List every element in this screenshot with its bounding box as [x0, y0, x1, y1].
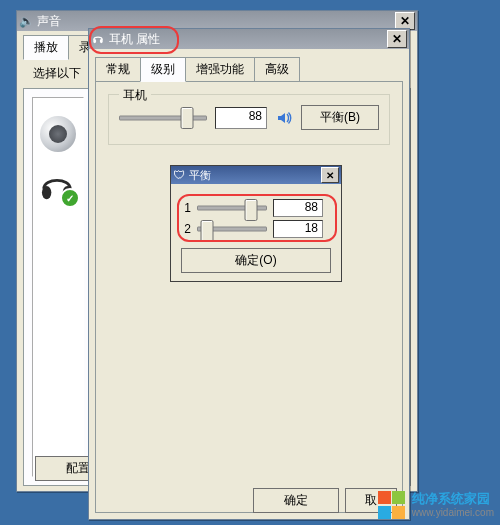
watermark-line1: 纯净系统家园	[412, 492, 494, 506]
sound-icon: 🔈	[19, 14, 33, 28]
slider-track	[119, 115, 207, 120]
watermark-line2: www.yidaimei.com	[412, 507, 494, 518]
balance-row-2: 218	[181, 220, 331, 238]
balance-channel-label: 1	[181, 201, 191, 215]
level-row: 88 平衡(B)	[119, 105, 379, 130]
tab-playback[interactable]: 播放	[23, 35, 69, 60]
slider-thumb[interactable]	[244, 199, 257, 221]
close-icon[interactable]: ✕	[321, 167, 339, 183]
tab-general[interactable]: 常规	[95, 57, 141, 81]
speaker-device-icon[interactable]	[40, 116, 76, 152]
prop-title: 耳机 属性	[109, 31, 387, 48]
balance-button[interactable]: 平衡(B)	[301, 105, 379, 130]
watermark-logo-icon	[378, 491, 406, 519]
balance-slider-1[interactable]	[197, 199, 267, 217]
volume-slider[interactable]	[119, 107, 207, 129]
balance-value-1: 88	[273, 199, 323, 217]
headphone-group: 耳机 88 平衡(B)	[108, 94, 390, 145]
levels-tab-body: 耳机 88 平衡(B)	[95, 81, 403, 513]
tab-levels[interactable]: 级别	[140, 57, 186, 82]
balance-body: 188218 确定(O)	[171, 184, 341, 281]
speaker-icon[interactable]	[275, 109, 293, 127]
balance-title: 平衡	[189, 168, 321, 183]
prop-titlebar: 耳机 属性 ✕	[89, 29, 409, 49]
watermark: 纯净系统家园 www.yidaimei.com	[378, 491, 494, 519]
prop-button-bar: 确定 取	[253, 488, 397, 513]
balance-titlebar: 🛡 平衡 ✕	[171, 166, 341, 184]
balance-row-1: 188	[181, 199, 331, 217]
shield-icon: 🛡	[173, 169, 185, 181]
slider-thumb[interactable]	[180, 107, 193, 129]
balance-ok-button[interactable]: 确定(O)	[181, 248, 331, 273]
headphone-device-icon[interactable]: ✓	[38, 170, 78, 206]
check-icon: ✓	[60, 188, 80, 208]
watermark-text: 纯净系统家园 www.yidaimei.com	[412, 492, 494, 517]
svg-point-2	[93, 39, 96, 43]
balance-channel-label: 2	[181, 222, 191, 236]
headphones-icon	[91, 32, 105, 46]
svg-point-3	[100, 39, 103, 43]
volume-value: 88	[215, 107, 267, 129]
tab-advanced[interactable]: 高级	[254, 57, 300, 81]
tab-enhance[interactable]: 增强功能	[185, 57, 255, 81]
slider-thumb[interactable]	[200, 220, 213, 242]
svg-point-0	[42, 186, 51, 199]
balance-dialog: 🛡 平衡 ✕ 188218 确定(O)	[170, 165, 342, 282]
ok-button[interactable]: 确定	[253, 488, 339, 513]
device-list[interactable]: ✓	[32, 97, 84, 477]
sound-title: 声音	[37, 13, 395, 30]
balance-value-2: 18	[273, 220, 323, 238]
prop-tabs: 常规 级别 增强功能 高级	[89, 49, 409, 81]
balance-slider-2[interactable]	[197, 220, 267, 238]
close-icon[interactable]: ✕	[387, 30, 407, 48]
group-label: 耳机	[119, 87, 151, 104]
